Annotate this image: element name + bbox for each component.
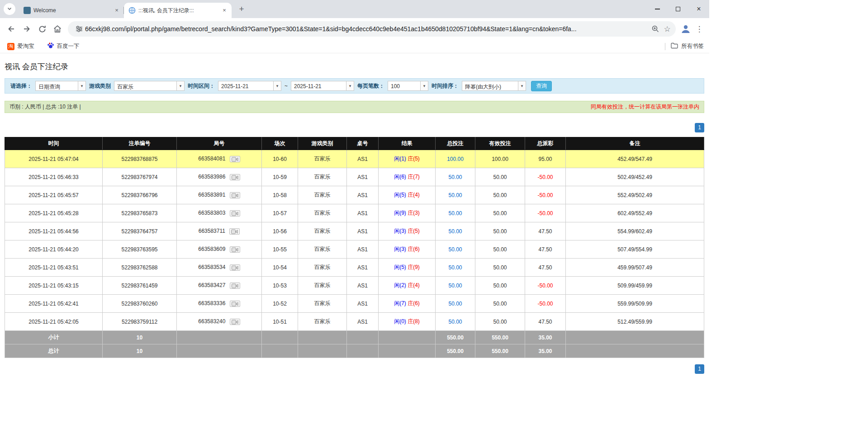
cell-bet-id: 522983767974 (103, 168, 177, 186)
sort-select[interactable]: 降幂(由大到小) ▾ (462, 81, 526, 91)
browser-window: Welcome × :::视讯, 会员下注纪录::: × + × (0, 0, 709, 438)
total-bet-link[interactable]: 50.00 (448, 174, 462, 180)
cell-time: 2025-11-21 05:45:57 (5, 186, 103, 204)
cell-valid-bet: 100.00 (475, 150, 525, 168)
per-page-select[interactable]: 100 ▾ (388, 81, 428, 91)
tab-close-icon[interactable]: × (113, 7, 120, 14)
bookmarks-bar: 淘 爱淘宝 百度一下 所有书签 (0, 40, 709, 53)
close-window-button[interactable]: × (688, 0, 709, 18)
video-replay-icon[interactable] (230, 246, 240, 253)
video-replay-icon[interactable] (230, 174, 240, 180)
total-bet-link[interactable]: 50.00 (448, 319, 462, 325)
cell-game-type: 百家乐 (298, 259, 347, 277)
date-to-value: 2025-11-21 (291, 81, 346, 90)
cell-game-type: 百家乐 (298, 204, 347, 222)
total-bet-link[interactable]: 50.00 (448, 283, 462, 289)
chevron-down-icon[interactable]: ▾ (518, 81, 526, 90)
cell-total-bet: 50.00 (436, 222, 475, 240)
total-bet-link[interactable]: 50.00 (448, 192, 462, 198)
bookmark-star-icon[interactable]: ☆ (661, 23, 673, 35)
cell-time: 2025-11-21 05:47:04 (5, 150, 103, 168)
video-replay-icon[interactable] (230, 210, 240, 217)
total-bet-link[interactable]: 50.00 (448, 264, 462, 271)
bookmark-baidu[interactable]: 百度一下 (45, 41, 81, 52)
forward-icon (22, 24, 31, 33)
chevron-down-icon[interactable]: ▾ (78, 81, 85, 90)
profile-avatar[interactable] (678, 22, 693, 36)
col-header-session: 场次 (262, 137, 298, 150)
site-info-icon[interactable] (73, 23, 85, 35)
player-result: 闲(0) (394, 318, 406, 325)
page-1-button[interactable]: 1 (695, 364, 704, 374)
tab-betrecord[interactable]: :::视讯, 会员下注纪录::: × (124, 3, 232, 18)
chevron-down-icon[interactable]: ▾ (176, 81, 184, 90)
game-type-label: 游戏类别 (89, 82, 111, 90)
total-bet-link[interactable]: 50.00 (448, 210, 462, 217)
cell-note: 602.49/552.49 (566, 204, 704, 222)
date-range-label: 时间区间： (188, 82, 215, 90)
page-title: 视讯 会员下注纪录 (5, 61, 704, 72)
query-type-select[interactable]: 日期查询 ▾ (35, 81, 86, 91)
video-replay-icon[interactable] (230, 319, 240, 325)
footer-cell (566, 344, 704, 358)
bet-row: 2025-11-21 05:42:41522983760260663583336… (5, 295, 704, 313)
total-bet-link[interactable]: 50.00 (448, 301, 462, 307)
chevron-down-icon[interactable]: ▾ (420, 81, 428, 90)
search-button[interactable]: 查询 (531, 81, 552, 91)
bet-row: 2025-11-21 05:43:51522983762588663583534… (5, 259, 704, 277)
footer-cell (177, 344, 262, 358)
footer-count: 10 (103, 331, 177, 344)
back-button[interactable] (4, 21, 19, 37)
banker-result: 庄(9) (408, 264, 420, 270)
chevron-down-icon[interactable]: ▾ (346, 81, 354, 90)
video-replay-icon[interactable] (230, 283, 240, 289)
video-replay-icon[interactable] (230, 192, 240, 198)
date-from-value: 2025-11-21 (218, 81, 273, 90)
tab-close-icon[interactable]: × (221, 7, 228, 14)
video-replay-icon[interactable] (229, 228, 240, 235)
filter-bar: 请选择： 日期查询 ▾ 游戏类别 百家乐 ▾ 时间区间： 2025-11-21 … (5, 78, 704, 94)
pagination-top: 1 (5, 123, 704, 132)
video-replay-icon[interactable] (230, 301, 240, 307)
address-bar[interactable]: 66cxkj98.com/ipl/portal.php/game/betreco… (68, 21, 676, 37)
footer-label: 总计 (5, 344, 103, 358)
cell-payout: 47.50 (525, 222, 566, 240)
total-bet-link[interactable]: 50.00 (448, 228, 462, 235)
video-replay-icon[interactable] (230, 264, 240, 271)
tab-search-button[interactable] (4, 3, 15, 15)
url-text[interactable]: 66cxkj98.com/ipl/portal.php/game/betreco… (85, 25, 650, 33)
minimize-button[interactable] (647, 0, 668, 18)
maximize-button[interactable] (668, 0, 688, 18)
footer-payout: 35.00 (525, 331, 566, 344)
footer-total-bet: 550.00 (436, 331, 475, 344)
forward-button[interactable] (19, 21, 34, 37)
col-header-valid-bet: 有效投注 (475, 137, 525, 150)
cell-time: 2025-11-21 05:44:20 (5, 240, 103, 259)
chevron-down-icon[interactable]: ▾ (273, 81, 281, 90)
cell-game-type: 百家乐 (298, 150, 347, 168)
col-header-note: 备注 (566, 137, 704, 150)
tab-welcome[interactable]: Welcome × (19, 3, 124, 18)
all-bookmarks-button[interactable]: 所有书签 (671, 42, 704, 50)
cell-total-bet: 50.00 (436, 295, 475, 313)
banker-result: 庄(7) (408, 174, 420, 180)
col-header-total-bet: 总投注 (436, 137, 475, 150)
total-bet-link[interactable]: 100.00 (447, 156, 464, 162)
zoom-icon[interactable] (650, 23, 661, 35)
tab-strip: Welcome × :::视讯, 会员下注纪录::: × + × (0, 0, 709, 18)
page-1-button[interactable]: 1 (695, 123, 704, 132)
cell-total-bet: 50.00 (436, 277, 475, 295)
per-page-label: 每页笔数： (357, 82, 384, 90)
footer-cell (298, 344, 347, 358)
home-button[interactable] (50, 21, 65, 37)
game-type-select[interactable]: 百家乐 ▾ (114, 81, 185, 91)
menu-icon[interactable]: ⋮ (693, 22, 706, 36)
new-tab-button[interactable]: + (235, 3, 248, 15)
bookmark-taobao[interactable]: 淘 爱淘宝 (5, 41, 36, 52)
video-replay-icon[interactable] (230, 156, 240, 162)
reload-button[interactable] (34, 21, 50, 37)
date-to-select[interactable]: 2025-11-21 ▾ (291, 81, 354, 91)
date-from-select[interactable]: 2025-11-21 ▾ (218, 81, 281, 91)
total-bet-link[interactable]: 50.00 (448, 246, 462, 253)
cell-game-type: 百家乐 (298, 313, 347, 331)
